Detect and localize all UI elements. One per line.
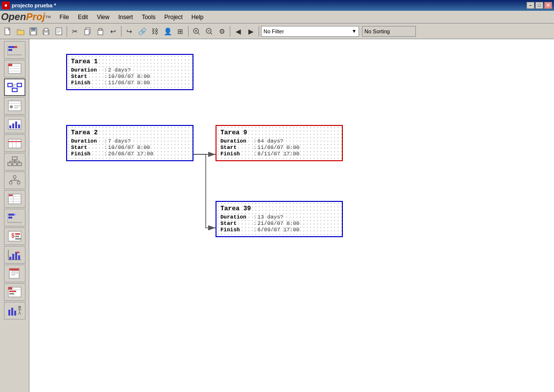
maximize-button[interactable]: □ xyxy=(535,2,543,9)
unlink-button[interactable]: ⛓ xyxy=(149,25,161,37)
new-button[interactable] xyxy=(2,25,14,37)
finish-value-tarea1: 11/08/07 0:00 xyxy=(108,80,150,86)
sidebar-item-resource[interactable] xyxy=(4,97,25,115)
svg-rect-46 xyxy=(15,122,17,128)
duration-label-tarea39: Duration xyxy=(220,214,252,220)
sidebar-item-gantt[interactable] xyxy=(4,41,25,59)
task-title-tarea1: Tarea 1 xyxy=(71,58,189,65)
task-card-tarea39[interactable]: Tarea 39 Duration : 13 days? Start : 21/… xyxy=(216,201,343,237)
svg-rect-101 xyxy=(8,287,12,290)
sidebar-item-tasksheet[interactable] xyxy=(4,60,25,77)
sidebar-item-resource-usage[interactable] xyxy=(4,116,25,133)
svg-point-62 xyxy=(9,181,12,184)
grid-button[interactable]: ⊞ xyxy=(174,25,186,37)
task-card-tarea9[interactable]: Tarea 9 Duration : 64 days? Start : 11/0… xyxy=(216,125,343,161)
paste-button[interactable] xyxy=(95,25,106,37)
sidebar-item-res-histogram[interactable] xyxy=(4,302,25,319)
minimize-button[interactable]: − xyxy=(527,2,534,9)
start-value-tarea9: 11/08/07 0:00 xyxy=(258,145,300,150)
sidebar-item-report[interactable] xyxy=(4,265,25,282)
cut-button[interactable]: ✂ xyxy=(69,25,81,37)
finish-value-tarea9: 8/11/07 17:00 xyxy=(258,151,300,157)
next-button[interactable]: ▶ xyxy=(245,25,257,37)
task-card-tarea2[interactable]: Tarea 2 Duration : 7 days? Start : 10/08… xyxy=(66,125,193,161)
menu-tools[interactable]: Tools xyxy=(138,13,159,22)
link-button[interactable]: 🔗 xyxy=(136,25,148,37)
separator-5 xyxy=(259,26,259,37)
duration-label-tarea9: Duration xyxy=(220,138,252,144)
svg-line-108 xyxy=(18,312,20,315)
menu-insert[interactable]: Insert xyxy=(114,13,137,22)
sidebar-item-cost[interactable]: $ xyxy=(4,227,25,245)
sidebar-item-network[interactable] xyxy=(4,78,25,96)
sorting-label: No Sorting xyxy=(364,28,390,34)
zoom-out-button[interactable] xyxy=(203,25,215,37)
menu-items: File Edit View Insert Tools Project Help xyxy=(56,13,208,22)
filter-dropdown[interactable]: No Filter ▼ xyxy=(261,26,359,37)
menu-file[interactable]: File xyxy=(56,13,73,22)
svg-rect-48 xyxy=(8,139,21,148)
svg-rect-103 xyxy=(11,308,13,316)
task-title-tarea9: Tarea 9 xyxy=(220,129,338,136)
prev-button[interactable]: ◀ xyxy=(232,25,244,37)
svg-rect-76 xyxy=(14,214,16,216)
preview-button[interactable] xyxy=(53,25,65,37)
start-value-tarea1: 10/08/07 8:00 xyxy=(108,74,150,79)
save-button[interactable] xyxy=(27,25,39,37)
open-button[interactable] xyxy=(15,25,26,37)
filter-settings-button[interactable]: ⚙ xyxy=(216,25,228,37)
task-field-start-tarea1: Start : 10/08/07 8:00 xyxy=(71,74,189,79)
svg-rect-82 xyxy=(15,236,19,237)
redo-button[interactable]: ↪ xyxy=(123,25,135,37)
task-title-tarea39: Tarea 39 xyxy=(220,205,338,212)
print-button[interactable] xyxy=(40,25,52,37)
svg-rect-47 xyxy=(18,124,20,128)
sidebar-item-calendar[interactable] xyxy=(4,134,25,152)
task-field-duration-tarea1: Duration : 2 days? xyxy=(71,67,189,73)
sidebar-item-wbs[interactable] xyxy=(4,153,25,171)
sorting-dropdown[interactable]: No Sorting xyxy=(362,26,416,37)
svg-rect-1 xyxy=(17,30,24,35)
copy-button[interactable] xyxy=(82,25,94,37)
menu-edit[interactable]: Edit xyxy=(74,13,92,22)
svg-rect-104 xyxy=(14,311,16,316)
menu-project[interactable]: Project xyxy=(160,13,186,22)
svg-rect-81 xyxy=(15,233,20,235)
svg-rect-24 xyxy=(8,49,12,51)
separator-1 xyxy=(67,26,67,37)
main-area: $ xyxy=(0,39,554,392)
sidebar-item-histogram[interactable] xyxy=(4,246,25,264)
sidebar-item-baseline[interactable] xyxy=(4,283,25,301)
svg-rect-44 xyxy=(9,125,11,128)
task-field-finish-tarea2: Finish : 20/08/07 17:00 xyxy=(71,151,189,157)
window-title: projecto prueba * xyxy=(12,2,527,8)
svg-rect-87 xyxy=(12,254,14,260)
sidebar-item-tracking[interactable] xyxy=(4,209,25,226)
svg-rect-86 xyxy=(9,257,11,260)
side-panel: $ xyxy=(0,39,29,392)
svg-rect-27 xyxy=(14,46,17,48)
sidebar-item-task-usage[interactable] xyxy=(4,190,25,208)
svg-rect-35 xyxy=(12,88,17,92)
task-card-tarea1[interactable]: Tarea 1 Duration : 2 days? Start : 10/08… xyxy=(66,54,193,90)
menu-view[interactable]: View xyxy=(93,13,114,22)
start-label-tarea1: Start xyxy=(71,74,103,79)
app-logo: OpenProjTM xyxy=(1,11,51,23)
undo-button[interactable]: ↩ xyxy=(107,25,119,37)
svg-rect-53 xyxy=(8,163,12,166)
task-field-finish-tarea9: Finish : 8/11/07 17:00 xyxy=(220,151,338,157)
task-field-start-tarea9: Start : 11/08/07 0:00 xyxy=(220,145,338,150)
close-button[interactable]: ✕ xyxy=(544,2,552,9)
svg-rect-3 xyxy=(31,28,35,30)
svg-rect-13 xyxy=(85,29,89,35)
svg-rect-15 xyxy=(99,28,102,30)
task-field-duration-tarea2: Duration : 7 days? xyxy=(71,138,189,144)
window-controls: − □ ✕ xyxy=(527,2,552,9)
task-title-tarea2: Tarea 2 xyxy=(71,129,189,136)
assign-button[interactable]: 👤 xyxy=(162,25,173,37)
sidebar-item-org[interactable] xyxy=(4,172,25,189)
zoom-in-button[interactable] xyxy=(191,25,202,37)
start-value-tarea2: 10/08/07 8:00 xyxy=(108,145,150,150)
toolbar: ✂ ↩ ↪ 🔗 ⛓ 👤 ⊞ ⚙ ◀ ▶ No Filter ▼ No Sorti… xyxy=(0,24,554,39)
menu-help[interactable]: Help xyxy=(188,13,208,22)
